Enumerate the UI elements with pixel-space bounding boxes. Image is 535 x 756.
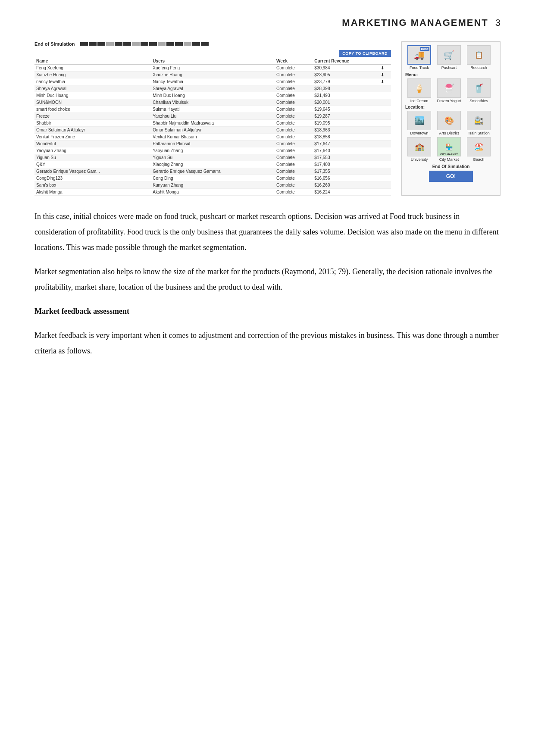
cell-name: Gerardo Enrique Vasquez Gam...	[34, 168, 151, 175]
cell-revenue: $28,398	[313, 85, 379, 92]
cell-name: Shabbir	[34, 120, 151, 127]
research-icon-box: 📋	[467, 45, 491, 65]
frozen-yogurt-label: Frozen Yogurt	[437, 99, 461, 103]
cell-user: Minh Duc Hoang	[151, 92, 275, 99]
ice-cream-label: Ice Cream	[410, 99, 429, 103]
table-row: nancy tewathiaNancy TewathiaComplete$23,…	[34, 78, 391, 85]
download-icon[interactable]: ⬇	[381, 72, 384, 77]
cell-week: Complete	[275, 120, 313, 127]
download-icon[interactable]: ⬇	[381, 66, 384, 70]
cell-user: Yaoyuan Zhang	[151, 147, 275, 154]
menu-icons-row: 🍦 Ice Cream 🍧 Frozen Yogurt 🥤 Smoothies	[405, 78, 497, 103]
progress-seg-8	[141, 42, 148, 46]
beach-icon-box: 🏖️	[467, 137, 491, 156]
pushcart-label: Pushcart	[441, 66, 457, 70]
train-station-icon-box: 🚉	[467, 111, 491, 130]
game-icon-downtown: 🏙️ Downtown	[405, 111, 433, 135]
cell-revenue: $17,400	[313, 161, 379, 168]
table-row: Sam's boxKunyuan ZhangComplete$16,260	[34, 182, 391, 189]
cell-name: Feng Xuefeng	[34, 65, 151, 72]
arts-district-icon-box: 🎨	[437, 111, 461, 130]
cell-user: Yiguan Su	[151, 154, 275, 161]
cell-icon	[379, 189, 391, 196]
cell-icon: ⬇	[379, 72, 391, 78]
cell-icon	[379, 99, 391, 106]
cell-week: Complete	[275, 92, 313, 99]
game-icon-arts-district: 🎨 Arts District	[435, 111, 463, 135]
game-bottom-section: End Of Simulation GO!	[405, 164, 497, 182]
page-number: 3	[495, 17, 501, 28]
cell-revenue: $23,779	[313, 78, 379, 85]
train-station-label: Train Station	[468, 131, 490, 135]
location-row-1: 🏙️ Downtown 🎨 Arts District 🚉 Train Stat…	[405, 111, 497, 135]
cell-icon	[379, 127, 391, 134]
cell-icon	[379, 85, 391, 92]
cell-icon	[379, 161, 391, 168]
cell-user: Kunyuan Zhang	[151, 182, 275, 189]
research-label: Research	[470, 66, 487, 70]
game-icon-train-station: 🚉 Train Station	[465, 111, 493, 135]
cell-week: Complete	[275, 141, 313, 147]
cell-user: Xiaozhe Huang	[151, 72, 275, 78]
cell-revenue: $18,963	[313, 127, 379, 134]
cell-name: Yaoyuan Zhang	[34, 147, 151, 154]
progress-seg-10	[158, 42, 166, 46]
cell-revenue: $17,355	[313, 168, 379, 175]
pushcart-icon-box: 🛒	[437, 45, 461, 65]
progress-seg-3	[97, 42, 105, 46]
food-truck-icon-box: 🚚 Done	[407, 45, 431, 65]
end-simulation-label: End Of Simulation	[405, 164, 497, 169]
table-row: SUN&MOONChanikan VibulsukComplete$20,001	[34, 99, 391, 106]
smoothies-icon-box: 🥤	[467, 78, 491, 98]
cell-revenue: $16,260	[313, 182, 379, 189]
cell-week: Complete	[275, 154, 313, 161]
col-revenue: Current Revenue	[313, 58, 379, 65]
simulation-table-section: End of Simulation	[34, 41, 391, 196]
cell-revenue: $19,287	[313, 113, 379, 120]
sim-header-row: End of Simulation	[34, 41, 391, 47]
progress-seg-2	[89, 42, 97, 46]
done-badge: Done	[420, 47, 430, 51]
cell-user: Xiaoqing Zhang	[151, 161, 275, 168]
table-row: Yiguan SuYiguan SuComplete$17,553	[34, 154, 391, 161]
cell-week: Complete	[275, 175, 313, 182]
go-button[interactable]: GO!	[429, 171, 473, 182]
progress-seg-7	[132, 42, 140, 46]
table-row: WonderfulPattaramon PlimsutComplete$17,6…	[34, 141, 391, 147]
downtown-label: Downtown	[410, 131, 428, 135]
body-text: In this case, initial choices were made …	[34, 209, 501, 359]
progress-seg-1	[80, 42, 88, 46]
cell-week: Complete	[275, 127, 313, 134]
cell-week: Complete	[275, 113, 313, 120]
cell-week: Complete	[275, 189, 313, 196]
cell-week: Complete	[275, 72, 313, 78]
progress-seg-5	[115, 42, 122, 46]
cell-name: Akshit Monga	[34, 189, 151, 196]
game-icon-beach: 🏖️ Beach	[465, 137, 493, 162]
cell-week: Complete	[275, 147, 313, 154]
cell-user: Shabbir Najmuddin Madraswala	[151, 120, 275, 127]
game-icon-university: 🏫 University	[405, 137, 433, 162]
cell-icon	[379, 154, 391, 161]
cell-user: Gerardo Enrique Vasquez Gamarra	[151, 168, 275, 175]
copy-clipboard-button[interactable]: COPY TO CLIPBOARD	[339, 50, 391, 57]
col-week: Week	[275, 58, 313, 65]
cell-icon: ⬇	[379, 65, 391, 72]
table-row: CongDing123Cong DingComplete$16,656	[34, 175, 391, 182]
cell-name: Q&Y	[34, 161, 151, 168]
game-icon-frozen-yogurt: 🍧 Frozen Yogurt	[435, 78, 463, 103]
col-users: Users	[151, 58, 275, 65]
progress-seg-11	[166, 42, 174, 46]
table-row: Gerardo Enrique Vasquez Gam...Gerardo En…	[34, 168, 391, 175]
cell-user: Sukma Hayati	[151, 106, 275, 113]
cell-icon	[379, 120, 391, 127]
cell-user: Akshit Monga	[151, 189, 275, 196]
game-icon-city-market: 🏪 CITY MARKET City Market	[435, 137, 463, 162]
cell-icon: ⬇	[379, 78, 391, 85]
game-icon-food-truck: 🚚 Done Food Truck	[405, 45, 433, 70]
table-row: ShabbirShabbir Najmuddin MadraswalaCompl…	[34, 120, 391, 127]
cell-icon	[379, 141, 391, 147]
download-icon[interactable]: ⬇	[381, 79, 384, 84]
cell-name: nancy tewathia	[34, 78, 151, 85]
cell-user: Pattaramon Plimsut	[151, 141, 275, 147]
